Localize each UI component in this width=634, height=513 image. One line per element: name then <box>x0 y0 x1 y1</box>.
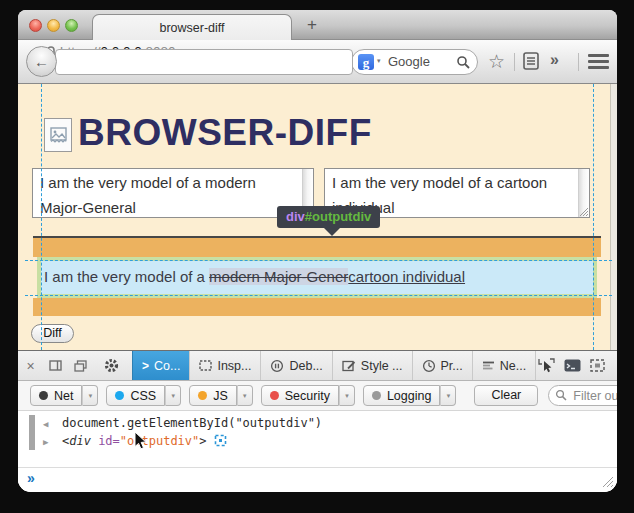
tab-profiler[interactable]: Pr... <box>412 351 472 380</box>
new-tab-button[interactable]: + <box>307 15 317 35</box>
clear-button[interactable]: Clear <box>474 385 538 406</box>
diff-button[interactable]: Diff <box>31 324 74 343</box>
tab-network[interactable]: Ne... <box>472 351 536 380</box>
inspector-guide-horizontal-top <box>25 260 612 261</box>
margin-highlight-top <box>33 238 601 257</box>
console-prompt: » <box>27 470 35 486</box>
url-bar[interactable] <box>55 49 353 75</box>
google-engine-icon[interactable]: g <box>358 54 374 70</box>
page-title: BROWSER-DIFF <box>78 112 372 154</box>
filter-logging-button[interactable]: Logging ▼ <box>363 385 457 406</box>
tooltip-arrow <box>324 228 340 236</box>
tab-debugger[interactable]: Deb... <box>260 351 331 380</box>
scratchpad-icon[interactable] <box>564 359 581 372</box>
tab-inspector[interactable]: Insp... <box>189 351 260 380</box>
profiler-icon <box>422 359 436 373</box>
desktop-background: browser-diff + ← https://0.0.0.0:8080 ▼ … <box>0 0 634 513</box>
diff-result-text: I am the very model of a modern Major-Ge… <box>41 261 593 293</box>
tab-label: Deb... <box>289 359 322 373</box>
inspector-guide-vertical-left <box>41 84 42 350</box>
inspector-highlight: I am the very model of a modern Major-Ge… <box>33 238 601 316</box>
back-arrow-icon: ← <box>34 53 49 70</box>
zoom-window-button[interactable] <box>65 19 78 32</box>
filter-label: CSS <box>130 389 156 403</box>
console-output: ◀ document.getElementById("outputdiv") ▶… <box>18 411 617 467</box>
window-resize-grip[interactable] <box>599 473 614 488</box>
element-attr-name: id= <box>91 434 120 448</box>
filter-js-button[interactable]: JS ▼ <box>189 385 253 406</box>
style-editor-icon <box>342 360 356 372</box>
devtools-toolbar: × > Co... Insp... <box>18 351 617 381</box>
filter-search-icon <box>555 389 567 401</box>
net-dot-icon <box>39 391 48 400</box>
toolbar-divider <box>514 53 515 71</box>
tab-style-editor[interactable]: Style ... <box>332 351 412 380</box>
filter-net-dropdown[interactable]: ▼ <box>82 385 98 406</box>
bookmarks-menu-icon[interactable] <box>522 51 540 71</box>
diff-removed: modern Major-Gener <box>209 268 348 285</box>
tab-label: Style ... <box>361 359 403 373</box>
engine-dropdown-icon[interactable]: ▾ <box>377 57 381 65</box>
dock-side-icon[interactable] <box>43 351 68 380</box>
filter-css-button[interactable]: CSS ▼ <box>106 385 181 406</box>
console-filter-bar: Net ▼ CSS ▼ JS ▼ Security ▼ Logging ▼ <box>18 381 617 411</box>
close-window-button[interactable] <box>29 19 42 32</box>
margin-highlight-bottom <box>33 298 601 316</box>
inspector-guide-horizontal-bottom <box>25 295 612 296</box>
expand-arrow-icon[interactable]: ▶ <box>43 437 48 447</box>
page-viewport: BROWSER-DIFF I am the very model of a mo… <box>18 84 617 350</box>
tab-label: Insp... <box>217 359 251 373</box>
filter-label: JS <box>213 389 228 403</box>
tab-browser-diff[interactable]: browser-diff <box>92 14 292 40</box>
left-textarea[interactable]: I am the very model of a modern Major-Ge… <box>32 168 314 218</box>
element-tag-close: > <box>199 434 206 448</box>
diff-unchanged: I am the very model of a <box>44 268 209 285</box>
collapse-arrow-icon[interactable]: ◀ <box>43 419 48 429</box>
filter-logging-dropdown[interactable]: ▼ <box>440 385 456 406</box>
tab-label: Ne... <box>500 359 526 373</box>
inspect-element-icon[interactable] <box>214 434 227 447</box>
devtools-toolbar-right <box>538 351 605 380</box>
devtools-panel: × > Co... Insp... <box>18 350 617 492</box>
logging-dot-icon <box>372 391 381 400</box>
responsive-mode-icon[interactable] <box>590 359 605 372</box>
console-input-line: document.getElementById("outputdiv") <box>62 416 322 430</box>
inspector-icon <box>199 360 212 371</box>
page-scrollbar[interactable] <box>610 84 617 350</box>
back-button[interactable]: ← <box>26 46 57 77</box>
diff-added: cartoon individual <box>348 268 465 285</box>
pick-element-icon[interactable] <box>538 358 555 373</box>
filter-net-button[interactable]: Net ▼ <box>30 385 98 406</box>
gear-icon[interactable] <box>97 351 125 380</box>
filter-css-dropdown[interactable]: ▼ <box>165 385 181 406</box>
js-dot-icon <box>198 391 207 400</box>
console-entry-marker <box>29 415 35 450</box>
broken-image-icon <box>44 118 72 152</box>
debugger-icon <box>270 359 284 373</box>
filter-label: Net <box>54 389 73 403</box>
tab-label: Pr... <box>441 359 463 373</box>
filter-label: Logging <box>387 389 432 403</box>
minimize-window-button[interactable] <box>47 19 60 32</box>
search-icon[interactable] <box>456 55 470 69</box>
menu-icon[interactable] <box>588 54 609 72</box>
filter-js-dropdown[interactable]: ▼ <box>237 385 253 406</box>
tooltip-id: #outputdiv <box>305 209 371 224</box>
console-input-row[interactable]: » <box>18 467 617 491</box>
filter-label: Security <box>285 389 330 403</box>
tab-label: Co... <box>154 359 180 373</box>
devtools-close-icon[interactable]: × <box>18 351 43 380</box>
filter-output-wrap <box>548 385 617 406</box>
outputdiv-content: I am the very model of a modern Major-Ge… <box>37 257 597 298</box>
filter-security-dropdown[interactable]: ▼ <box>339 385 355 406</box>
separate-window-icon[interactable] <box>68 351 93 380</box>
tooltip-tag: div <box>286 209 305 224</box>
search-bar[interactable]: g ▾ Google <box>351 49 478 75</box>
textarea-resize-grip[interactable] <box>577 205 589 217</box>
tab-bar: browser-diff + <box>18 10 617 40</box>
tab-console[interactable]: > Co... <box>132 351 189 380</box>
bookmark-star-icon[interactable]: ☆ <box>488 50 505 73</box>
inspector-guide-vertical-right <box>593 84 594 350</box>
filter-security-button[interactable]: Security ▼ <box>261 385 355 406</box>
overflow-icon[interactable]: » <box>550 51 559 69</box>
